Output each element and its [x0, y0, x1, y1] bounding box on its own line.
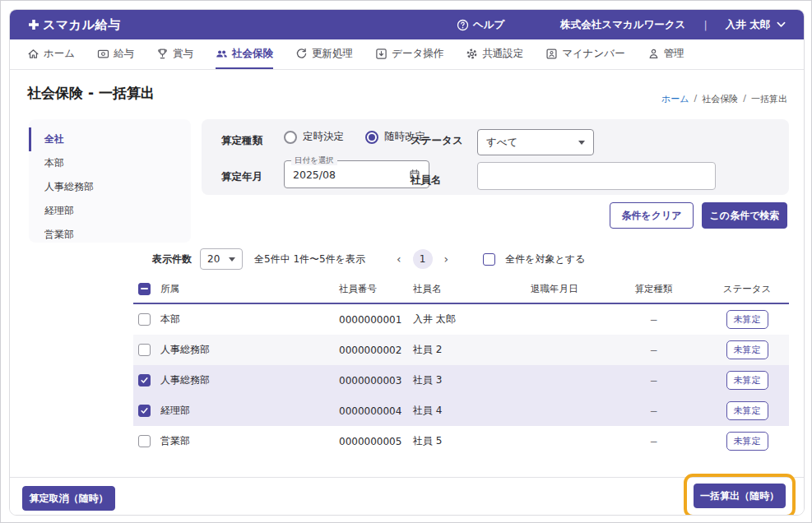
cell-calc-type: − — [602, 405, 705, 417]
sidebar-item-hr-general[interactable]: 人事総務部 — [29, 175, 191, 199]
table-row: 経理部 0000000004 社員 4 − 未算定 — [133, 396, 789, 426]
prev-page-icon[interactable]: ‹ — [397, 253, 401, 265]
sidebar-item-sales[interactable]: 営業部 — [29, 223, 191, 247]
row-checkbox[interactable] — [138, 374, 151, 386]
status-badge: 未算定 — [726, 371, 768, 390]
cell-employee-name: 社員 5 — [407, 434, 528, 448]
cell-department: 人事総務部 — [160, 343, 333, 357]
breadcrumb-home-link[interactable]: ホーム — [661, 93, 689, 105]
breadcrumb-item: 社会保険 — [702, 93, 738, 105]
cell-employee-no: 0000000001 — [333, 314, 407, 326]
calc-month-date-field[interactable]: 日付を選択 2025/08 — [284, 160, 429, 188]
pager: ‹ 1 › — [397, 249, 448, 269]
status-badge: 未算定 — [726, 432, 768, 451]
nav-item-common-settings[interactable]: 共通設定 — [466, 39, 523, 69]
data-operations-icon — [375, 48, 387, 60]
cell-department: 営業部 — [160, 434, 333, 448]
status-badge: 未算定 — [726, 340, 768, 359]
status-badge: 未算定 — [726, 310, 768, 329]
company-name: 株式会社スマカルワークス — [560, 18, 685, 32]
page-title: 社会保険 - 一括算出 — [27, 84, 155, 103]
page-number[interactable]: 1 — [413, 249, 433, 269]
bonus-icon — [156, 48, 169, 60]
salary-icon — [97, 48, 109, 60]
nav-item-admin[interactable]: 管理 — [647, 39, 684, 69]
nav-item-data-operations[interactable]: データ操作 — [375, 39, 443, 69]
my-number-icon — [545, 48, 558, 60]
sidebar-item-accounting[interactable]: 経理部 — [29, 199, 191, 223]
app-window: スマカル給与 ヘルプ 株式会社スマカルワークス | 入井 太郎 — [9, 9, 805, 516]
help-icon — [457, 19, 469, 31]
cell-employee-no: 0000000002 — [333, 345, 407, 356]
row-checkbox[interactable] — [138, 405, 151, 417]
app-logo-text: スマカル給与 — [43, 17, 120, 33]
col-employee-name: 社員名 — [407, 283, 528, 295]
next-page-icon[interactable]: › — [444, 253, 449, 265]
cell-department: 人事総務部 — [160, 373, 333, 387]
table-row: 営業部 0000000005 社員 5 − 未算定 — [133, 426, 789, 456]
refresh-icon — [295, 48, 308, 60]
cell-employee-name: 社員 2 — [407, 343, 528, 357]
row-checkbox[interactable] — [138, 435, 151, 447]
employee-name-input[interactable] — [477, 162, 716, 190]
table-header-row: 所属 社員番号 社員名 退職年月日 算定種類 ステータス — [133, 275, 789, 304]
main-nav: ホーム 給与 賞与 社会保険 — [10, 39, 804, 70]
chevron-down-icon — [777, 21, 786, 28]
batch-calculate-button[interactable]: 一括算出（随時） — [694, 484, 786, 508]
breadcrumb-current: 一括算出 — [751, 93, 787, 105]
employee-table: 所属 社員番号 社員名 退職年月日 算定種類 ステータス 本部 00000000… — [133, 275, 789, 456]
table-row: 人事総務部 0000000003 社員 3 − 未算定 — [133, 365, 789, 396]
radio-icon — [284, 131, 297, 144]
radio-scheduled-decision[interactable]: 定時決定 — [284, 130, 344, 144]
col-retirement-date: 退職年月日 — [528, 283, 602, 295]
department-sidebar: 全社 本部 人事総務部 経理部 営業部 — [29, 119, 191, 243]
home-icon — [27, 48, 39, 60]
cell-employee-no: 0000000003 — [333, 375, 407, 386]
nav-item-home[interactable]: ホーム — [27, 39, 75, 69]
help-label: ヘルプ — [473, 18, 504, 32]
cell-employee-name: 社員 3 — [407, 373, 528, 387]
search-button[interactable]: この条件で検索 — [702, 202, 787, 229]
nav-item-salary[interactable]: 給与 — [97, 39, 134, 69]
result-range-text: 全5件中 1件〜5件を表示 — [254, 252, 365, 266]
annotation-highlight-ring: 一括算出（随時） — [684, 474, 796, 516]
cancel-calculation-button[interactable]: 算定取消（随時） — [22, 486, 115, 511]
topbar-divider: | — [692, 19, 718, 31]
nav-item-my-number[interactable]: マイナンバー — [545, 39, 624, 69]
row-checkbox[interactable] — [138, 344, 151, 356]
status-label: ステータス — [411, 134, 463, 148]
cell-employee-name: 社員 4 — [407, 404, 528, 418]
top-bar: スマカル給与 ヘルプ 株式会社スマカルワークス | 入井 太郎 — [10, 10, 804, 39]
all-target-checkbox[interactable] — [483, 253, 495, 266]
clear-conditions-button[interactable]: 条件をクリア — [610, 202, 694, 229]
calc-type-radio-group: 定時決定 随時改定 — [284, 130, 425, 144]
status-badge: 未算定 — [726, 401, 768, 420]
sidebar-item-headquarters[interactable]: 本部 — [29, 151, 191, 175]
row-checkbox[interactable] — [138, 313, 151, 326]
status-select[interactable]: すべて — [477, 129, 594, 155]
cell-department: 本部 — [160, 312, 333, 326]
search-filter-panel: 算定種類 定時決定 随時改定 ステータス すべて 算定年月 日付を選択 2025… — [202, 119, 789, 195]
col-calc-type: 算定種類 — [602, 283, 705, 295]
col-department: 所属 — [160, 283, 333, 295]
select-all-checkbox[interactable] — [138, 283, 151, 295]
user-menu[interactable]: 入井 太郎 — [726, 18, 786, 32]
table-row: 本部 0000000001 入井 太郎 − 未算定 — [133, 304, 789, 335]
page-size-label: 表示件数 — [152, 252, 192, 266]
help-button[interactable]: ヘルプ — [457, 18, 504, 32]
table-row: 人事総務部 0000000002 社員 2 − 未算定 — [133, 335, 789, 365]
nav-item-social-insurance[interactable]: 社会保険 — [216, 39, 273, 69]
sidebar-item-all-company[interactable]: 全社 — [29, 127, 191, 151]
nav-item-update[interactable]: 更新処理 — [295, 39, 353, 69]
page-size-select[interactable]: 20 — [200, 248, 243, 270]
list-controls: 表示件数 20 全5件中 1件〜5件を表示 ‹ 1 › 全件を対象とする — [152, 247, 585, 271]
app-logo[interactable]: スマカル給与 — [28, 17, 120, 33]
select-all-target[interactable]: 全件を対象とする — [483, 252, 585, 266]
breadcrumb: ホーム / 社会保険 / 一括算出 — [661, 93, 787, 105]
user-name: 入井 太郎 — [726, 18, 770, 32]
cell-calc-type: − — [602, 436, 705, 447]
cell-employee-no: 0000000005 — [333, 436, 407, 447]
nav-item-bonus[interactable]: 賞与 — [156, 39, 193, 69]
cell-calc-type: − — [602, 345, 705, 356]
filter-buttons: 条件をクリア この条件で検索 — [610, 202, 787, 229]
